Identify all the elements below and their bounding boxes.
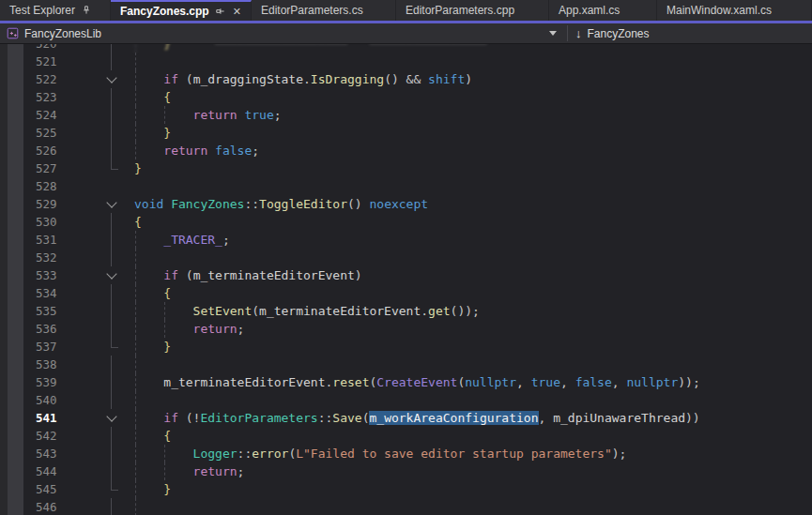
token-fn: Save [332,411,361,425]
code-text[interactable]: if (m_draggingState.IsDragging() && shif… [134,70,812,88]
pin-icon[interactable] [81,5,92,16]
fold-chevron-icon[interactable] [106,411,116,421]
code-line-535[interactable]: 535 SetEvent(m_terminateEditorEvent.get(… [0,302,812,320]
code-line-527[interactable]: 527} [0,159,812,177]
tab-label: MainWindow.xaml.cs [666,4,772,17]
indent-guide [135,498,136,515]
code-text[interactable]: { [134,427,812,445]
code-text[interactable] [134,391,812,409]
token-kw: nullptr [626,375,678,389]
code-text[interactable] [134,249,812,266]
fold-chevron-icon[interactable] [106,268,116,279]
code-text[interactable]: if (!EditorParameters::Save(m_workAreaCo… [134,409,812,427]
code-text[interactable]: } ────────────────── ──────────────── [134,44,812,53]
code-line-533[interactable]: 533 if (m_terminateEditorEvent) [0,266,812,284]
code-text[interactable] [134,498,812,515]
code-line-528[interactable]: 528 [0,177,812,195]
code-line-536[interactable]: 536 return; [0,320,812,338]
code-text[interactable]: return; [134,462,812,480]
code-text[interactable] [134,356,812,373]
tab-test-explorer[interactable]: Test Explorer [0,0,111,21]
code-line-537[interactable]: 537 } [0,338,812,356]
line-number: 540 [0,391,70,409]
line-number: 532 [0,249,70,266]
code-text[interactable]: return true; [134,106,812,124]
code-editor[interactable]: 520 } ────────────────── ───────────────… [0,44,812,515]
tab-editorparameters-cs[interactable]: EditorParameters.cs [252,0,396,21]
code-line-531[interactable]: 531 _TRACER_; [0,231,812,249]
close-icon[interactable]: ✕ [232,6,242,18]
code-line-538[interactable]: 538 [0,356,812,373]
code-text[interactable]: return false; [134,142,812,159]
token-p: ()); [451,304,480,318]
code-text[interactable] [134,53,812,70]
code-text[interactable]: void FancyZones::ToggleEditor() noexcept [134,195,812,213]
outline-guide-line [111,53,112,70]
tab-fancyzones-cpp[interactable]: FancyZones.cpp ✕ [111,0,252,21]
indent-guide [135,88,136,106]
code-text[interactable] [134,177,812,195]
code-line-524[interactable]: 524 return true; [0,106,812,124]
code-text[interactable]: _TRACER_; [134,231,812,249]
project-dropdown[interactable]: FancyZonesLib [24,27,101,40]
token-fn: reset [332,375,369,389]
token-kw2: if [134,72,178,86]
code-line-534[interactable]: 534 { [0,284,812,302]
code-text[interactable]: Logger::error(L"Failed to save editor st… [134,445,812,462]
code-text[interactable]: m_terminateEditorEvent.reset(CreateEvent… [134,373,812,391]
token-kw: shift [428,72,465,86]
fold-chevron-icon[interactable] [106,72,116,83]
code-line-542[interactable]: 542 { [0,427,812,445]
code-text[interactable]: } [134,480,812,498]
indent-guide [135,231,136,249]
line-number: 529 [0,195,70,213]
fold-chevron-icon[interactable] [106,197,116,207]
code-line-543[interactable]: 543 Logger::error(L"Failed to save edito… [0,445,812,462]
token-p [163,197,171,211]
code-line-523[interactable]: 523 { [0,88,812,106]
code-line-540[interactable]: 540 [0,391,812,409]
code-text[interactable]: } [134,124,812,142]
tab-label: FancyZones.cpp [120,5,209,18]
indent-guide [135,320,136,338]
code-line-544[interactable]: 544 return; [0,462,812,480]
code-text[interactable]: } [134,338,812,356]
code-line-530[interactable]: 530{ [0,213,812,231]
token-kw2: return [134,108,237,122]
pin-icon[interactable] [215,6,226,17]
outline-margin [70,498,134,515]
code-line-529[interactable]: 529void FancyZones::ToggleEditor() noexc… [0,195,812,213]
code-line-526[interactable]: 526 return false; [0,142,812,159]
code-line-521[interactable]: 521 [0,53,812,70]
code-text[interactable]: { [134,88,812,106]
code-line-545[interactable]: 545 } [0,480,812,498]
code-line-532[interactable]: 532 [0,249,812,266]
visual-studio-editor-window: Test Explorer FancyZones.cpp ✕EditorPara… [0,0,812,515]
tab-app-xaml-cs[interactable]: App.xaml.cs [549,0,657,21]
outline-margin [70,249,134,266]
code-text[interactable]: { [134,213,812,231]
member-dropdown[interactable]: ↓ FancyZones [575,23,650,43]
outline-guide-line [111,106,112,124]
tab-editorparameters-cpp[interactable]: EditorParameters.cpp [396,0,549,21]
chevron-down-icon[interactable] [549,31,557,36]
code-text[interactable]: } [134,159,812,177]
tab-mainwindow-xaml-cs[interactable]: MainWindow.xaml.cs [657,0,812,21]
outline-guide-line [111,302,112,320]
code-text[interactable]: if (m_terminateEditorEvent) [134,266,812,284]
code-text[interactable]: SetEvent(m_terminateEditorEvent.get()); [134,302,812,320]
token-br: } [134,161,142,175]
code-line-539[interactable]: 539 m_terminateEditorEvent.reset(CreateE… [0,373,812,391]
code-line-541[interactable]: 541 if (!EditorParameters::Save(m_workAr… [0,409,812,427]
indent-guide [135,142,136,159]
code-line-522[interactable]: 522 if (m_draggingState.IsDragging() && … [0,70,812,88]
code-line-546[interactable]: 546 [0,498,812,515]
token-kw: false [215,144,252,158]
code-text[interactable]: return; [134,320,812,338]
indent-guide [164,320,165,338]
indent-guide [164,462,165,480]
code-line-520[interactable]: 520 } ────────────────── ───────────────… [0,44,812,53]
code-line-525[interactable]: 525 } [0,124,812,142]
code-text[interactable]: { [134,284,812,302]
line-number: 534 [0,284,70,302]
